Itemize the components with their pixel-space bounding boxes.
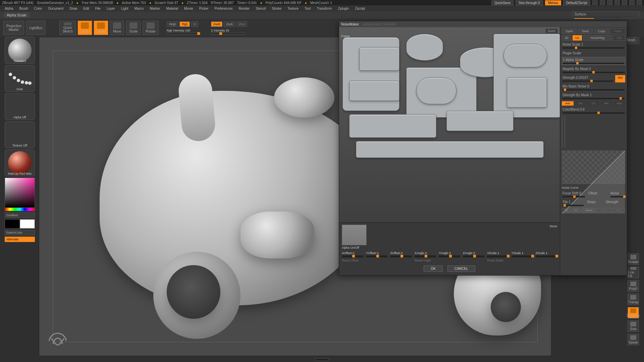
close-icon[interactable]: [637, 0, 642, 5]
help-icon[interactable]: [614, 0, 620, 5]
rgb-intensity-slider[interactable]: [167, 33, 200, 35]
reset-offset-button[interactable]: Reset Offset: [342, 259, 412, 262]
menu-picker[interactable]: Picker: [197, 6, 211, 11]
zoffset-slider[interactable]: [390, 255, 412, 257]
plugin-scale-slider[interactable]: Plugin Scale: [562, 51, 625, 56]
nm-open-button[interactable]: Open: [562, 28, 577, 34]
menu-stencil[interactable]: Stencil: [253, 6, 268, 11]
bottom-handle[interactable]: [315, 358, 329, 361]
rgb-button[interactable]: Rgb: [179, 21, 190, 27]
menu-light[interactable]: Light: [118, 6, 131, 11]
menu-draw[interactable]: Draw: [67, 6, 80, 11]
surface-title[interactable]: Surface: [573, 12, 639, 17]
nm-zoom-label[interactable]: Zoom: [545, 28, 558, 33]
menu-stroke[interactable]: Stroke: [269, 6, 284, 11]
nm-hue-b[interactable]: [565, 144, 565, 148]
dual-color-swatch[interactable]: [5, 219, 36, 229]
strength-mask-slider[interactable]: Strength By Mask 1: [562, 93, 625, 100]
nm-paste-button[interactable]: Paste: [610, 28, 625, 34]
nm-tile-slider[interactable]: Tile 1: [562, 199, 584, 207]
nm-color-picker-b[interactable]: [565, 116, 565, 144]
alpha-onoff-toggle[interactable]: Alpha On/Off: [342, 246, 359, 249]
quicksketch-button[interactable]: Quick Sketch: [59, 21, 76, 35]
nm-offset-slider[interactable]: Offset: [588, 191, 608, 198]
blend-mul[interactable]: Mul: [575, 101, 587, 106]
nm-noiseplug-button[interactable]: NoisePlug: [583, 35, 612, 41]
stroke-swatch[interactable]: [5, 65, 35, 92]
minimize-icon[interactable]: [622, 0, 627, 5]
rel-button[interactable]: Rel: [615, 75, 625, 82]
blend-max[interactable]: Max: [613, 101, 625, 106]
nm-save-button[interactable]: Save: [578, 28, 593, 34]
switchcolor-button[interactable]: SwitchColor: [5, 230, 35, 235]
menu-zplugin[interactable]: Zplugin: [335, 6, 352, 11]
brush-swatch[interactable]: [5, 37, 35, 64]
dock-dynamic-button[interactable]: Dynamic: [628, 307, 639, 318]
z-intensity-slider[interactable]: [211, 33, 245, 35]
maximize-icon[interactable]: [629, 0, 635, 5]
nm-cancel-button[interactable]: CANCEL: [447, 265, 475, 272]
m-button[interactable]: M: [191, 21, 199, 27]
grid-icon[interactable]: [600, 0, 605, 5]
menu-texture[interactable]: Texture: [285, 6, 301, 11]
nm-steps-slider[interactable]: Steps: [586, 199, 603, 207]
yangle-slider[interactable]: [439, 255, 460, 257]
nm-uv-button[interactable]: Uv: [573, 35, 582, 41]
projection-master-button[interactable]: Projection Master: [3, 21, 24, 35]
quicksave-button[interactable]: QuickSave: [491, 0, 514, 5]
menu-brush[interactable]: Brush: [17, 6, 31, 11]
menu-document[interactable]: Document: [46, 6, 66, 11]
nm-noise-slider[interactable]: Noise: [610, 191, 625, 198]
menu-file[interactable]: File: [93, 6, 103, 11]
dock-transp-button[interactable]: Transp: [628, 294, 639, 305]
menu-tool[interactable]: Tool: [302, 6, 313, 11]
nm-strength2-slider[interactable]: Strength: [605, 199, 625, 207]
menu-alpha[interactable]: Alpha: [2, 6, 16, 11]
seethrough-slider[interactable]: See-through 0: [516, 0, 543, 5]
gradient-button[interactable]: Gradient: [5, 213, 35, 218]
dock-icon[interactable]: [607, 0, 612, 5]
reset-scale-button[interactable]: Reset Scale: [487, 259, 557, 262]
noisemaker-header[interactable]: NoiseMaker ActivePoints: 644,696: [339, 21, 627, 27]
mix-basic-slider[interactable]: Mix Basic Noise 0: [562, 84, 625, 91]
noisemaker-preview[interactable]: Zoom Frame: [339, 27, 560, 223]
rotate-mode-button[interactable]: Rotate: [143, 21, 158, 35]
strength-slider[interactable]: Strength 0.03187: [562, 75, 614, 82]
menu-preferences[interactable]: Preferences: [212, 6, 235, 11]
nm-3d-button[interactable]: 3D: [562, 35, 571, 41]
move-mode-button[interactable]: Move: [110, 21, 124, 35]
alpha-thumbnail[interactable]: [342, 225, 367, 245]
colorblend-slider[interactable]: ColorBlend 0.6: [562, 107, 625, 114]
xscale-slider[interactable]: [487, 255, 508, 257]
nm-editplug-button[interactable]: Edit: [613, 35, 625, 41]
menu-layer[interactable]: Layer: [104, 6, 118, 11]
menu-render[interactable]: Render: [236, 6, 253, 11]
menu-movie[interactable]: Movie: [181, 6, 196, 11]
color-picker[interactable]: [5, 178, 35, 208]
yoffset-slider[interactable]: [366, 255, 387, 257]
zadd-button[interactable]: Zadd: [211, 21, 223, 27]
yscale-slider[interactable]: [512, 255, 533, 257]
material-swatch[interactable]: [5, 149, 35, 176]
menus-button[interactable]: Menus: [545, 0, 561, 5]
zcut-button[interactable]: Zcut: [236, 21, 247, 27]
draw-mode-button[interactable]: Draw: [94, 21, 108, 35]
zscale-slider[interactable]: [536, 255, 557, 257]
dock-solo-button[interactable]: Solo: [628, 320, 639, 332]
defaultscript-button[interactable]: DefaultZScript: [563, 0, 590, 5]
nm-color-picker-a[interactable]: [562, 116, 562, 144]
mrgb-button[interactable]: Mrgb: [167, 21, 178, 27]
xangle-slider[interactable]: [415, 255, 436, 257]
menu-material[interactable]: Material: [164, 6, 181, 11]
nm-move-label[interactable]: Move: [550, 225, 557, 228]
reset-angle-button[interactable]: Reset Angle: [415, 259, 485, 262]
noise-scale-slider[interactable]: Noise Scale 1: [562, 42, 625, 49]
menu-edit[interactable]: Edit: [81, 6, 92, 11]
nm-ok-button[interactable]: OK: [424, 265, 442, 272]
alpha-scale-slider[interactable]: 1 Alpha Scale: [562, 57, 625, 65]
xoffset-slider[interactable]: [342, 255, 363, 257]
dock-xpose-button[interactable]: Xpose: [628, 334, 639, 345]
menu-color[interactable]: Color: [32, 6, 45, 11]
blend-min[interactable]: Min: [601, 101, 612, 106]
scale-mode-button[interactable]: Scale: [126, 21, 141, 35]
